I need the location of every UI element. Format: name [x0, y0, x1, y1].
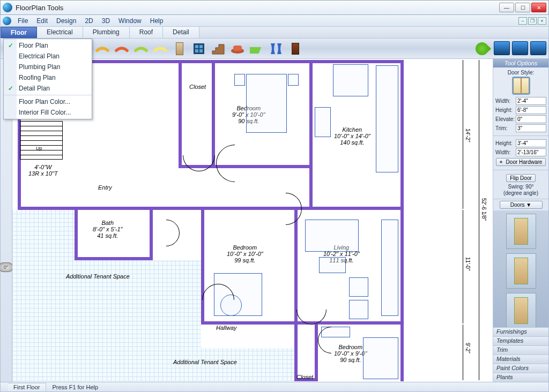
dim-line-bot [463, 325, 463, 380]
trim-input[interactable]: 3" [516, 124, 546, 132]
tab-roof[interactable]: Roof [130, 27, 163, 38]
app-menu-icon[interactable] [3, 17, 11, 25]
minimize-button[interactable]: — [499, 3, 514, 12]
menu-help[interactable]: Help [146, 16, 168, 26]
tool-wall-icon[interactable] [94, 41, 110, 56]
tool-furniture-icon[interactable] [229, 41, 246, 56]
doors-dropdown[interactable]: Doors ▼ [500, 201, 543, 209]
dropdown-plumbing-plan[interactable]: Plumbing Plan [4, 62, 92, 72]
width2-input[interactable]: 2'-13/16" [516, 148, 546, 156]
dim-overall: 52'-6 1/8" [481, 198, 487, 221]
view-3d-icon[interactable] [512, 41, 528, 55]
close-button[interactable]: ✕ [531, 3, 546, 12]
menu-edit[interactable]: Edit [32, 16, 52, 26]
cat-templates[interactable]: Templates [493, 336, 548, 345]
tab-detail[interactable]: Detail [163, 27, 199, 38]
menu-bar: File Edit Design 2D 3D Window Help – ❐ × [0, 15, 549, 27]
tool-options-panel: Tool Options Door Style: Width:2'-4" Hei… [493, 59, 548, 382]
tool-landscape-icon[interactable] [249, 41, 265, 56]
cat-trim[interactable]: Trim [493, 345, 548, 355]
cat-furnishings[interactable]: Furnishings [493, 327, 548, 336]
tab-floor[interactable]: Floor [1, 27, 37, 38]
elevate-input[interactable]: 0" [516, 115, 546, 123]
door-arc [209, 137, 262, 190]
room-hallway-label: Hallway [216, 325, 237, 331]
ruler-knob[interactable]: 0" [0, 262, 13, 272]
menu-design[interactable]: Design [52, 16, 80, 26]
furniture-chair-1 [349, 277, 368, 297]
eco-icon[interactable] [474, 41, 490, 56]
tool-cabinet-icon[interactable] [287, 41, 303, 56]
dropdown-floor-plan-color[interactable]: Floor Plan Color... [4, 96, 92, 107]
door-thumb-2[interactable] [506, 253, 536, 289]
tool-options-header: Tool Options [493, 59, 548, 67]
view-plan-icon[interactable] [494, 41, 510, 55]
cat-materials[interactable]: Materials [493, 355, 548, 364]
view-elevation-icon[interactable] [530, 41, 546, 55]
tab-electrical[interactable]: Electrical [37, 27, 83, 38]
dropdown-floor-plan[interactable]: Floor Plan [4, 40, 92, 51]
furniture-bed-1 [246, 74, 287, 133]
level-tab[interactable]: First Floor [8, 383, 46, 391]
door-style-icon[interactable] [512, 77, 530, 95]
panel-min-icon[interactable]: – [518, 17, 527, 25]
furniture-fridge [315, 107, 331, 137]
stairs [20, 121, 63, 160]
tool-ceiling-icon[interactable] [152, 41, 168, 56]
furniture-sofa [305, 220, 359, 252]
app-icon [3, 3, 12, 12]
status-message: Press F1 for Help [53, 384, 99, 390]
door-hardware-button[interactable]: + Door Hardware [496, 158, 546, 166]
menu-window[interactable]: Window [114, 16, 146, 26]
height-input[interactable]: 6'-8" [516, 106, 546, 114]
stairs-dim-label: 4'-0"W 13R x 10"T [28, 164, 58, 177]
furniture-bed-3 [363, 337, 398, 379]
tool-floor-icon[interactable] [133, 41, 149, 56]
panel-restore-icon[interactable]: ❐ [528, 17, 537, 25]
svg-rect-2 [250, 47, 261, 54]
dim-line-top [463, 60, 463, 209]
tool-window-icon[interactable] [191, 41, 207, 56]
tool-door-icon[interactable] [172, 41, 188, 56]
tenant1-label: Additional Tenant Space [66, 273, 130, 280]
dropdown-roofing-plan[interactable]: Roofing Plan [4, 72, 92, 83]
menu-file[interactable]: File [13, 16, 32, 26]
flip-door-button[interactable]: Flip Door [506, 174, 536, 182]
design-tab-bar: Floor Electrical Plumbing Roof Detail [0, 27, 549, 39]
floor-dropdown-menu: Floor Plan Electrical Plan Plumbing Plan… [3, 39, 92, 119]
door-thumb-3[interactable] [506, 293, 536, 327]
menu-2d[interactable]: 2D [80, 16, 97, 26]
dim-bot: 9'-2" [465, 343, 471, 353]
panel-close-icon[interactable]: × [538, 17, 546, 25]
tool-curtain-icon[interactable] [268, 41, 284, 56]
stairs-up-label: Up [36, 146, 42, 151]
room-closet2-label: Closet [296, 374, 313, 380]
door-thumb-1[interactable] [506, 214, 536, 249]
room-closet1-label: Closet [189, 84, 206, 90]
dim-line-mid [463, 210, 463, 323]
cat-paint-colors[interactable]: Paint Colors [493, 364, 548, 373]
tool-stairs-icon[interactable] [210, 41, 226, 56]
dim-line-overall [479, 60, 479, 380]
furniture-nightstand-1b [288, 74, 299, 86]
dropdown-interior-fill-color[interactable]: Interior Fill Color... [4, 107, 92, 118]
cat-plants[interactable]: Plants [493, 373, 548, 382]
dim-mid: 11'-0" [465, 257, 471, 270]
tool-roof-icon[interactable] [114, 41, 130, 56]
room-bath-label: Bath 8'-0" x 5'-1" 41 sq.ft. [93, 220, 122, 239]
door-style-label: Door Style: [495, 70, 546, 76]
title-bar: FloorPlan Tools — ☐ ✕ [0, 0, 549, 15]
maximize-button[interactable]: ☐ [515, 3, 530, 12]
furniture-nightstand-1a [234, 74, 245, 86]
furniture-chair-2 [349, 300, 368, 319]
room-bedroom2-label: Bedroom 10'-0" x 10'-0" 99 sq.ft. [227, 244, 263, 263]
dropdown-electrical-plan[interactable]: Electrical Plan [4, 51, 92, 62]
room-kitchen-label: Kitchen 10'-0" x 14'-0" 140 sq.ft. [334, 126, 370, 146]
width-input[interactable]: 2'-4" [516, 97, 546, 105]
dropdown-detail-plan[interactable]: Detail Plan [4, 83, 92, 94]
menu-3d[interactable]: 3D [98, 16, 114, 26]
tab-plumbing[interactable]: Plumbing [83, 27, 130, 38]
furniture-side [381, 220, 398, 316]
door-arc [147, 214, 186, 252]
height2-input[interactable]: 3'-4" [516, 139, 546, 147]
